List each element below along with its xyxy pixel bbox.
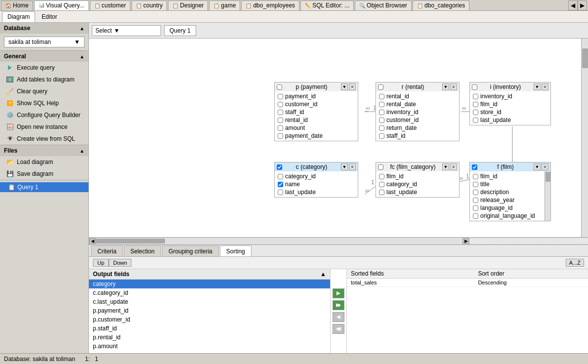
table-category-close[interactable]: × — [349, 163, 356, 170]
table-payment-close[interactable]: × — [349, 83, 356, 90]
field-c-last-update-list[interactable]: c.last_update — [89, 297, 330, 306]
designer-icon: 📋 — [172, 3, 178, 8]
tab-home[interactable]: 🏠 Home — [1, 0, 33, 10]
tab-categories-label: dbo_categories — [424, 2, 465, 9]
scroll-track[interactable] — [96, 239, 462, 243]
sidebar-item-load[interactable]: 📂 Load diagram — [0, 156, 88, 168]
tab-sorting[interactable]: Sorting — [220, 245, 252, 256]
table-inventory-close[interactable]: × — [542, 83, 548, 90]
tab-dbo-categories[interactable]: 📋 dbo_categories — [413, 0, 469, 10]
tab-dbo-employees[interactable]: 📋 dbo_employees — [241, 0, 299, 10]
sidebar-item-execute[interactable]: Execute query — [0, 62, 88, 74]
nav-query1[interactable]: 📋 Query 1 — [0, 182, 88, 192]
table-film-category-close[interactable]: × — [450, 163, 457, 170]
tab-browser-label: Object Browser — [367, 2, 407, 9]
svg-marker-17 — [336, 315, 340, 319]
film-table-scrollbar[interactable] — [545, 171, 550, 221]
field-category[interactable]: category — [89, 280, 330, 288]
scroll-right[interactable]: ▶ — [462, 238, 469, 244]
field-return-date: return_date — [376, 124, 459, 132]
sidebar-item-sql-help[interactable]: ? Show SQL Help — [0, 97, 88, 109]
table-film-category-header: fc (film_category) ▼ × — [376, 162, 459, 171]
table-payment-checkbox[interactable] — [277, 84, 282, 90]
top-tab-bar: 🏠 Home 📊 Visual Query... 📋 customer 📋 co… — [0, 0, 588, 11]
table-category-header: c (category) ▼ × — [275, 162, 358, 171]
az-button[interactable]: A...Z — [566, 259, 584, 267]
tab-editor[interactable]: Editor — [36, 11, 62, 22]
field-p-staff-id[interactable]: p.staff_id — [89, 324, 330, 333]
field-category-text: category — [93, 281, 116, 287]
field-p-payment-id[interactable]: p.payment_id — [89, 306, 330, 315]
field-payment-date: payment_date — [275, 132, 358, 140]
table-category-checkbox[interactable] — [277, 164, 282, 170]
tab-criteria[interactable]: Criteria — [91, 245, 123, 256]
table-film-checkbox[interactable] — [472, 164, 477, 170]
table-category-expand[interactable]: ▼ — [341, 163, 348, 170]
table-film-category-expand[interactable]: ▼ — [442, 163, 449, 170]
field-p-pid-text: p.payment_id — [93, 307, 128, 314]
tab-designer[interactable]: 📋 Designer — [168, 0, 208, 10]
tab-grouping[interactable]: Grouping criteria — [162, 245, 219, 256]
table-rental-expand[interactable]: ▼ — [442, 83, 449, 90]
database-header[interactable]: Database ▲ — [0, 23, 88, 34]
table-payment: p (payment) ▼ × payment_id customer_id s… — [274, 82, 358, 141]
remove-all-sort-button[interactable] — [333, 324, 344, 334]
table-rental-header: r (rental) ▼ × — [376, 82, 459, 91]
tab-selection[interactable]: Selection — [124, 245, 161, 256]
sidebar-item-configure[interactable]: ⚙️ Configure Query Builder — [0, 109, 88, 121]
tab-employees-label: dbo_employees — [253, 2, 295, 9]
output-fields-list[interactable]: category c.category_id c.last_update p.p… — [89, 280, 330, 353]
table-film-expand[interactable]: ▼ — [534, 163, 541, 170]
add-sort-button[interactable] — [333, 288, 344, 298]
field-p-customer-id[interactable]: p.customer_id — [89, 315, 330, 324]
tab-prev[interactable]: ◀ — [568, 0, 578, 10]
tab-visual-query-label: Visual Query... — [46, 2, 84, 9]
table-inventory-expand[interactable]: ▼ — [534, 83, 541, 90]
table-film-header: f (film) ▼ × — [470, 162, 550, 171]
sidebar-item-save[interactable]: 💾 Save diagram — [0, 168, 88, 180]
files-header[interactable]: Files ▲ — [0, 145, 88, 156]
remove-sort-button[interactable] — [333, 312, 344, 322]
table-film-category-checkbox[interactable] — [378, 164, 383, 170]
svg-text:1: 1 — [371, 179, 375, 186]
select-dropdown[interactable]: Select ▼ — [92, 25, 161, 36]
query-tree-label: Query 1 — [17, 184, 39, 191]
down-button[interactable]: Down — [109, 259, 131, 267]
table-rental-close[interactable]: × — [450, 83, 457, 90]
general-header[interactable]: General ▲ — [0, 51, 88, 62]
files-section: Files ▲ 📂 Load diagram 💾 Save diagram — [0, 145, 88, 180]
table-inventory-checkbox[interactable] — [472, 84, 477, 90]
scroll-left[interactable]: ◀ — [89, 238, 96, 244]
field-p-rental-id[interactable]: p.rental_id — [89, 333, 330, 342]
sidebar-item-new-instance[interactable]: 🪟 Open new instance — [0, 121, 88, 133]
tab-criteria-label: Criteria — [97, 248, 117, 255]
field-p-amount[interactable]: p.amount — [89, 342, 330, 351]
tab-diagram[interactable]: Diagram — [2, 11, 35, 22]
table-rental-checkbox[interactable] — [378, 84, 383, 90]
add-tables-icon: T — [6, 76, 14, 83]
tab-sql-editor[interactable]: ✏️ SQL Editor: ... — [300, 0, 354, 10]
sorted-row-total-sales[interactable]: total_sales Descending — [347, 279, 588, 287]
sidebar-item-create-view[interactable]: 👁️ Create view from SQL — [0, 133, 88, 145]
general-section: General ▲ Execute query T Add tables to … — [0, 51, 88, 145]
diagram-scrollbar-right[interactable] — [581, 39, 588, 237]
game-icon: 📋 — [213, 3, 219, 8]
db-selector-button[interactable]: sakila at toliman ▼ — [4, 37, 84, 47]
output-fields-panel: Output fields ▲ category c.category_id c… — [89, 269, 331, 353]
field-c-category-id[interactable]: c.category_id — [89, 288, 330, 297]
tab-object-browser[interactable]: 🔍 Object Browser — [355, 0, 412, 10]
table-payment-expand[interactable]: ▼ — [341, 83, 348, 90]
sidebar-item-add-tables[interactable]: T Add tables to diagram — [0, 74, 88, 85]
tab-next[interactable]: ▶ — [578, 0, 587, 10]
field-release-year: release_year — [470, 196, 550, 204]
db-selector-arrow: ▼ — [74, 39, 80, 45]
query-tab[interactable]: Query 1 — [164, 25, 196, 36]
table-film-close[interactable]: × — [542, 163, 548, 170]
up-button[interactable]: Up — [93, 259, 109, 267]
add-all-sort-button[interactable] — [333, 300, 344, 310]
sidebar-item-clear[interactable]: 🧹 Clear query — [0, 85, 88, 97]
tab-country[interactable]: 📋 country — [131, 0, 167, 10]
tab-game[interactable]: 📋 game — [209, 0, 240, 10]
tab-visual-query[interactable]: 📊 Visual Query... — [34, 0, 89, 10]
tab-customer[interactable]: 📋 customer — [90, 0, 130, 10]
